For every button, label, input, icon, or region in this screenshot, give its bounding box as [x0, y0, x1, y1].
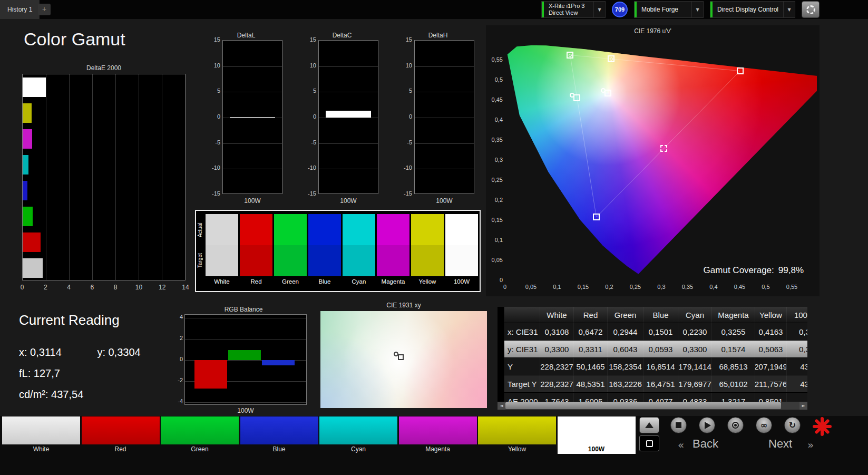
table-cell: 48,5351: [574, 375, 608, 392]
back-button[interactable]: Back: [693, 437, 718, 451]
y-tick-label: 0: [398, 113, 412, 120]
deltac-plot: [318, 40, 378, 194]
pattern-patch-100w[interactable]: 100W: [558, 416, 636, 454]
pattern-patch-yellow[interactable]: Yellow: [478, 416, 556, 454]
y-tick-label: -15: [398, 190, 412, 197]
x-axis-label: 100W: [222, 197, 282, 205]
chevron-down-icon[interactable]: ▼: [783, 2, 795, 17]
history-tab[interactable]: History 1: [0, 0, 40, 19]
chart-title: DeltaE 2000: [21, 64, 187, 72]
delta-e-bar-yellow: [23, 103, 32, 123]
next-chevron-icon[interactable]: »: [807, 439, 814, 451]
measure-button[interactable]: [727, 417, 744, 433]
gridline: [185, 402, 306, 403]
y-tick-label: -10: [398, 164, 412, 171]
table-gutter: [498, 323, 504, 340]
y-tick-label: 0,4: [486, 117, 503, 123]
gridline: [319, 169, 378, 169]
y-tick-label: 0,5: [486, 76, 503, 83]
display-control-dropdown[interactable]: Direct Display Control ▼: [710, 1, 795, 18]
reading-xy: x: 0,3114 y: 0,3304: [19, 346, 141, 358]
window-icon: [646, 440, 653, 447]
add-tab-button[interactable]: +: [38, 4, 51, 15]
gridline: [415, 118, 474, 118]
deltah-plot: [414, 40, 474, 194]
patch-color: [319, 416, 397, 444]
table-cell: 1,7643: [540, 393, 574, 402]
scroll-left-arrow-icon[interactable]: ◄: [498, 402, 505, 410]
refresh-button[interactable]: ↻: [784, 417, 801, 433]
swatch-actual: [445, 214, 478, 245]
x-axis-label: 100W: [414, 197, 474, 205]
column-header-green: Green: [608, 307, 643, 323]
marker-dot: [610, 57, 613, 61]
patch-color: [2, 416, 80, 444]
table-row[interactable]: x: CIE310,31080,64720,29440,15010,22300,…: [498, 323, 807, 340]
table-row[interactable]: y: CIE310,33000,33110,60430,05930,33000,…: [498, 340, 807, 357]
pattern-window-button[interactable]: [639, 417, 659, 433]
pattern-patch-white[interactable]: White: [2, 416, 80, 454]
play-button[interactable]: [699, 417, 715, 433]
table-cell: 0,3311: [574, 341, 608, 357]
settings-button[interactable]: [802, 1, 820, 18]
column-header-red: Red: [574, 307, 608, 323]
chevron-down-icon[interactable]: ▼: [691, 2, 703, 17]
patch-label: Blue: [240, 444, 318, 454]
gridline: [319, 143, 378, 144]
table-cell: 0,3255: [712, 323, 755, 340]
gridline: [415, 92, 474, 92]
scroll-right-arrow-icon[interactable]: ►: [799, 402, 807, 410]
table-cell: 43: [787, 375, 807, 392]
continuous-read-button[interactable]: ∞: [756, 417, 772, 433]
stop-button[interactable]: [670, 417, 687, 433]
table-cell: 0,3: [787, 341, 807, 357]
infinity-icon: ∞: [760, 421, 767, 430]
table-scrollbar[interactable]: ◄ ►: [498, 402, 807, 410]
delta-e-plot: [22, 74, 186, 280]
scroll-thumb[interactable]: [505, 402, 781, 409]
y-tick-label: 5: [303, 88, 316, 94]
column-header-100w: 100W: [787, 307, 807, 323]
swatch-target: [377, 245, 409, 276]
gridline: [162, 74, 162, 280]
trend-bar: [230, 117, 275, 118]
next-button[interactable]: Next: [768, 437, 792, 451]
pattern-display-button[interactable]: [639, 435, 659, 451]
colorspace-badge[interactable]: 709: [612, 2, 628, 17]
gridline: [92, 74, 93, 280]
chevron-down-icon[interactable]: ▼: [593, 2, 605, 17]
pattern-patch-red[interactable]: Red: [82, 416, 160, 454]
pattern-patch-green[interactable]: Green: [161, 416, 239, 454]
y-tick-label: 15: [303, 36, 316, 43]
marker-circle: [570, 93, 574, 98]
table-row[interactable]: Target Y228,232748,5351163,222616,475117…: [498, 375, 807, 392]
x-tick-label: 0,15: [578, 284, 589, 290]
x-axis-label: 100W: [184, 407, 307, 414]
table-cell: 1,3217: [712, 393, 755, 402]
pattern-patch-magenta[interactable]: Magenta: [399, 416, 477, 454]
y-tick-label: 0,15: [486, 217, 503, 223]
table-cell: 0,2944: [608, 323, 643, 340]
delta-e-bar-cyan: [23, 155, 28, 175]
gridline: [223, 118, 282, 118]
table-cell: 211,7576: [755, 375, 787, 392]
swatch-yellow: Yellow: [411, 214, 444, 286]
gridline: [223, 143, 282, 144]
x-tick-label: 0,2: [605, 284, 613, 290]
patch-label: White: [2, 444, 80, 454]
y-tick-label: 2: [176, 335, 183, 341]
back-chevron-icon[interactable]: «: [678, 439, 684, 451]
alert-star-icon[interactable]: [812, 416, 833, 437]
meter-label: X-Rite i1Pro 3 Direct View: [544, 2, 593, 17]
table-gutter: [498, 307, 504, 323]
pattern-patch-cyan[interactable]: Cyan: [319, 416, 397, 454]
pattern-source-dropdown[interactable]: Mobile Forge ▼: [634, 1, 704, 18]
meter-dropdown[interactable]: X-Rite i1Pro 3 Direct View ▼: [541, 1, 606, 18]
x-tick-label: 0: [21, 284, 24, 291]
swatch-actual: [274, 214, 307, 245]
table-row[interactable]: ΔE 20001,76431,60050,03360,40770,48331,3…: [498, 392, 807, 402]
cie1976-plot: [505, 39, 817, 280]
table-row[interactable]: Y228,232750,1465158,235416,8514179,14146…: [498, 357, 807, 375]
pattern-patch-blue[interactable]: Blue: [240, 416, 318, 454]
swatch-green: Green: [274, 214, 307, 286]
